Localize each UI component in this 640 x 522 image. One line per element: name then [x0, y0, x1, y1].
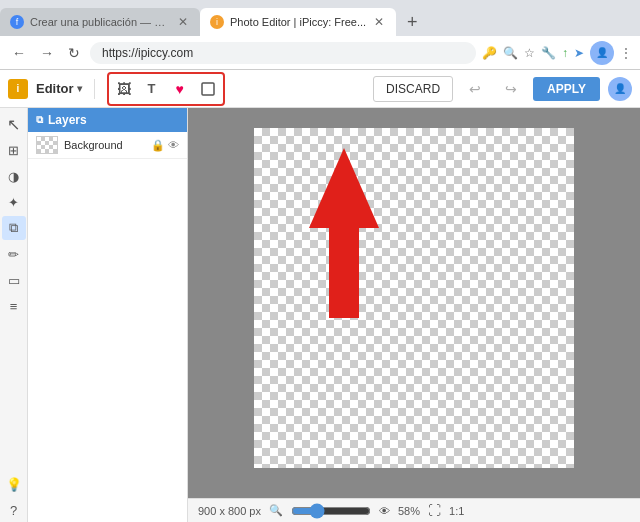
tab-inactive[interactable]: f Crear una publicación — S... ✕	[0, 8, 200, 36]
tab-bar: f Crear una publicación — S... ✕ i Photo…	[0, 0, 640, 36]
text-tool-button[interactable]: T	[139, 76, 165, 102]
tab2-title: Photo Editor | iPiccy: Free...	[230, 16, 366, 28]
tab1-title: Crear una publicación — S...	[30, 16, 170, 28]
layers-title: Layers	[48, 113, 87, 127]
layer-icons: 🔒 👁	[151, 139, 179, 152]
adjust-tool[interactable]: ◑	[2, 164, 26, 188]
layer-thumbnail	[36, 136, 58, 154]
fullscreen-icon[interactable]: ⛶	[428, 503, 441, 518]
paint-tool[interactable]: ✏	[2, 242, 26, 266]
crop-tool-button[interactable]	[195, 76, 221, 102]
tab1-favicon: f	[10, 15, 24, 29]
app-logo: i	[8, 79, 28, 99]
red-arrow-annotation	[284, 138, 404, 318]
zoom-percent: 58%	[398, 505, 420, 517]
image-tool-button[interactable]: 🖼	[111, 76, 137, 102]
svg-rect-0	[202, 83, 214, 95]
svg-marker-1	[309, 148, 379, 318]
canvas-dimensions: 900 x 800 px	[198, 505, 261, 517]
search-icon[interactable]: 🔍	[503, 46, 518, 60]
app-toolbar: i Editor ▾ 🖼 T ♥ DISCARD ↩ ↪ APPLY 👤	[0, 70, 640, 108]
star-icon[interactable]: ☆	[524, 46, 535, 60]
new-tab-button[interactable]: +	[400, 10, 424, 34]
profile-mini[interactable]: 👤	[608, 77, 632, 101]
lock-icon[interactable]: 🔒	[151, 139, 165, 152]
layers-icon: ⧉	[36, 114, 43, 126]
redo-button[interactable]: ↪	[497, 76, 525, 102]
discard-button[interactable]: DISCARD	[373, 76, 453, 102]
layer-name: Background	[64, 139, 145, 151]
profile-avatar[interactable]: 👤	[590, 41, 614, 65]
effects-tool[interactable]: ✦	[2, 190, 26, 214]
editor-label: Editor ▾	[36, 81, 82, 96]
arrow-icon[interactable]: ➤	[574, 46, 584, 60]
layers-panel: ⧉ Layers Background 🔒 👁	[28, 108, 188, 522]
pointer-tool[interactable]: ↖	[2, 112, 26, 136]
menu-icon[interactable]: ⋮	[620, 46, 632, 60]
help-icon[interactable]: ?	[2, 498, 26, 522]
canvas-area: 900 x 800 px 🔍 👁 58% ⛶ 1:1	[188, 108, 640, 522]
app: i Editor ▾ 🖼 T ♥ DISCARD ↩ ↪ APPLY 👤 ↖	[0, 70, 640, 522]
toolbar-tools: 🖼 T ♥	[107, 72, 225, 106]
forward-button[interactable]: →	[36, 43, 58, 63]
app-body: ↖ ⊞ ◑ ✦ ⧉ ✏ ▭ ≡ 💡 ? ⧉ Layers Background …	[0, 108, 640, 522]
shape-tool[interactable]: ▭	[2, 268, 26, 292]
tab2-close[interactable]: ✕	[372, 13, 386, 31]
extensions-icon[interactable]: 🔧	[541, 46, 556, 60]
light-icon[interactable]: 💡	[2, 472, 26, 496]
zoom-eye-icon: 👁	[379, 505, 390, 517]
tab1-close[interactable]: ✕	[176, 13, 190, 31]
key-icon: 🔑	[482, 46, 497, 60]
zoom-slider[interactable]	[291, 503, 371, 519]
sticker-tool-button[interactable]: ♥	[167, 76, 193, 102]
address-icons: 🔑 🔍 ☆ 🔧 ↑ ➤ 👤 ⋮	[482, 41, 632, 65]
address-bar: ← → ↻ 🔑 🔍 ☆ 🔧 ↑ ➤ 👤 ⋮	[0, 36, 640, 70]
layers-tool[interactable]: ⧉	[2, 216, 26, 240]
canvas-container	[188, 108, 640, 498]
back-button[interactable]: ←	[8, 43, 30, 63]
canvas[interactable]	[254, 128, 574, 468]
address-input[interactable]	[90, 42, 476, 64]
layers-header: ⧉ Layers	[28, 108, 187, 132]
canvas-statusbar: 900 x 800 px 🔍 👁 58% ⛶ 1:1	[188, 498, 640, 522]
update-icon[interactable]: ↑	[562, 46, 568, 60]
undo-button[interactable]: ↩	[461, 76, 489, 102]
apply-button[interactable]: APPLY	[533, 77, 600, 101]
ratio-label: 1:1	[449, 505, 464, 517]
eye-icon[interactable]: 👁	[168, 139, 179, 151]
reload-button[interactable]: ↻	[64, 43, 84, 63]
tab2-favicon: i	[210, 15, 224, 29]
toolbar-separator	[94, 79, 95, 99]
browser-chrome: f Crear una publicación — S... ✕ i Photo…	[0, 0, 640, 70]
pattern-tool[interactable]: ≡	[2, 294, 26, 318]
layer-item[interactable]: Background 🔒 👁	[28, 132, 187, 159]
zoom-icon: 🔍	[269, 504, 283, 517]
left-tools-panel: ↖ ⊞ ◑ ✦ ⧉ ✏ ▭ ≡ 💡 ?	[0, 108, 28, 522]
dropdown-arrow[interactable]: ▾	[77, 83, 82, 94]
tab-active[interactable]: i Photo Editor | iPiccy: Free... ✕	[200, 8, 396, 36]
crop-tool[interactable]: ⊞	[2, 138, 26, 162]
